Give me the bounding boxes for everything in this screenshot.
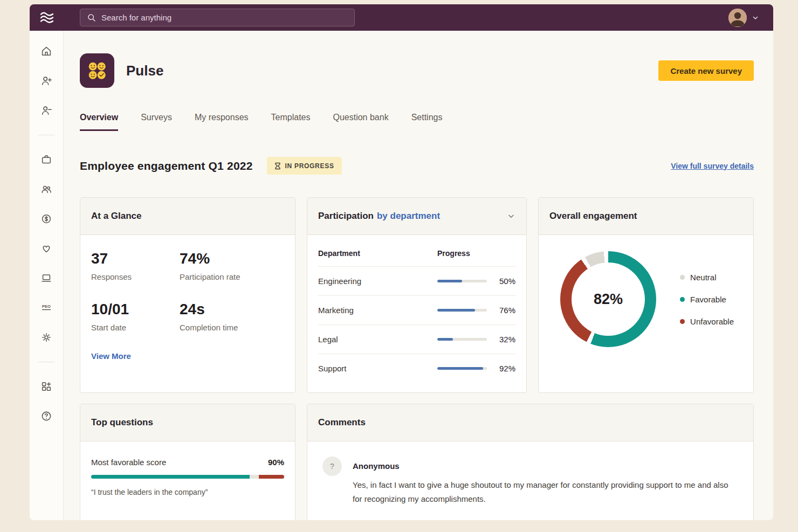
stat-completion-time: 24s Completion time: [180, 301, 284, 332]
department-name: Support: [318, 364, 437, 373]
donut-legend: Neutral Favorable Unfavorable: [680, 273, 734, 326]
table-row: Marketing 76%: [318, 295, 515, 324]
survey-title: Employee engagement Q1 2022: [80, 160, 253, 172]
peo-icon[interactable]: PEO: [40, 301, 53, 314]
table-row: Engineering 50%: [318, 266, 515, 295]
search-input[interactable]: [101, 13, 348, 22]
stat-start-date: 10/01 Start date: [91, 301, 180, 332]
department-name: Engineering: [318, 277, 437, 286]
anonymous-avatar: ?: [322, 457, 342, 476]
progress-fill: [437, 338, 453, 341]
devices-laptop-icon[interactable]: [40, 272, 53, 285]
tab-bar: Overview Surveys My responses Templates …: [80, 113, 754, 131]
avatar-chevron-down-icon[interactable]: [752, 14, 759, 22]
benefits-heart-icon[interactable]: [40, 242, 53, 255]
participation-filter-value[interactable]: by department: [377, 211, 440, 222]
top-questions-header: Top questions: [80, 404, 295, 441]
tab-settings[interactable]: Settings: [411, 113, 443, 131]
search-icon: [87, 13, 96, 22]
favorability-bar: [91, 475, 284, 479]
bar-segment-favorable: [91, 475, 250, 479]
comment-item: ? Anonymous Yes, in fact I want to give …: [307, 441, 753, 520]
view-more-link[interactable]: View More: [91, 351, 131, 361]
legend-dot: [680, 297, 685, 302]
at-a-glance-header: At a Glance: [80, 198, 295, 235]
tab-surveys[interactable]: Surveys: [141, 113, 172, 131]
overall-engagement-header: Overall engagement: [539, 198, 753, 235]
progress-track: [437, 338, 487, 341]
tab-my-responses[interactable]: My responses: [195, 113, 249, 131]
department-name: Marketing: [318, 306, 437, 315]
legend-item-unfavorable: Unfavorable: [680, 317, 734, 326]
help-icon[interactable]: [40, 410, 53, 423]
table-row: Legal 32%: [318, 324, 515, 354]
view-full-survey-details-link[interactable]: View full survey details: [671, 162, 754, 170]
question-quote: “I trust the leaders in the company”: [91, 488, 284, 496]
department-name: Legal: [318, 335, 437, 344]
comment-author: Anonymous: [353, 461, 738, 471]
legend-item-favorable: Favorable: [680, 295, 734, 304]
pulse-app-icon: [80, 53, 114, 88]
tab-question-bank[interactable]: Question bank: [333, 113, 388, 131]
participation-header[interactable]: Participation by department: [307, 198, 526, 235]
briefcase-icon[interactable]: [40, 153, 53, 166]
app-window: PEO: [30, 4, 773, 520]
main-content: Pulse Create new survey Overview Surveys…: [64, 31, 773, 520]
hourglass-icon: [274, 162, 281, 170]
progress-percent: 76%: [491, 306, 515, 315]
progress-percent: 50%: [491, 277, 515, 286]
add-user-icon[interactable]: [40, 74, 53, 87]
svg-text:PEO: PEO: [42, 304, 51, 309]
page-title: Pulse: [126, 63, 163, 79]
stat-participation-rate: 74% Participation rate: [180, 250, 284, 281]
bar-segment-unfavorable: [259, 475, 284, 479]
global-search: [80, 9, 355, 26]
legend-item-neutral: Neutral: [680, 273, 734, 282]
comments-header: Comments: [307, 404, 753, 441]
sidebar-divider: [38, 135, 54, 135]
participation-card: Participation by department Department P…: [307, 197, 527, 393]
avatar[interactable]: [728, 9, 747, 27]
progress-track: [437, 280, 487, 282]
stat-responses: 37 Responses: [91, 250, 180, 281]
payroll-dollar-icon[interactable]: [40, 212, 53, 225]
chevron-down-icon[interactable]: [507, 212, 515, 220]
apps-grid-icon[interactable]: [40, 380, 53, 393]
team-icon[interactable]: [40, 183, 53, 196]
legend-dot: [680, 275, 685, 280]
rippling-logo[interactable]: [30, 11, 64, 24]
progress-fill: [437, 367, 483, 370]
overall-engagement-card: Overall engagement 82% Neutral: [538, 197, 754, 393]
progress-track: [437, 309, 487, 312]
top-questions-card: Top questions Most favorable score 90% “…: [80, 404, 295, 520]
progress-fill: [437, 309, 475, 312]
sidebar: PEO: [30, 31, 64, 520]
home-icon[interactable]: [40, 45, 53, 58]
progress-fill: [437, 280, 462, 282]
metric-label: Most favorable score: [91, 458, 166, 467]
comments-card: Comments ? Anonymous Yes, in fact I want…: [307, 404, 754, 520]
bar-segment-neutral: [250, 475, 259, 479]
sidebar-divider: [38, 362, 54, 362]
comment-text: Yes, in fact I want to give a huge shout…: [353, 478, 738, 507]
progress-percent: 92%: [491, 364, 515, 373]
legend-dot: [680, 319, 685, 324]
progress-percent: 32%: [491, 335, 515, 344]
settings-gear-icon[interactable]: [40, 331, 53, 344]
topbar: [30, 4, 773, 31]
remove-user-icon[interactable]: [40, 104, 53, 117]
status-badge: IN PROGRESS: [267, 157, 342, 175]
tab-templates[interactable]: Templates: [271, 113, 311, 131]
participation-table-header: Department Progress: [318, 238, 515, 266]
progress-track: [437, 367, 487, 370]
tab-overview[interactable]: Overview: [80, 113, 118, 131]
engagement-score: 82%: [572, 262, 645, 336]
table-row: Support 92%: [318, 354, 515, 383]
create-new-survey-button[interactable]: Create new survey: [658, 60, 754, 81]
at-a-glance-card: At a Glance 37 Responses 74% Participati…: [80, 197, 295, 393]
engagement-donut-chart: 82%: [560, 251, 656, 347]
metric-value: 90%: [268, 458, 284, 467]
